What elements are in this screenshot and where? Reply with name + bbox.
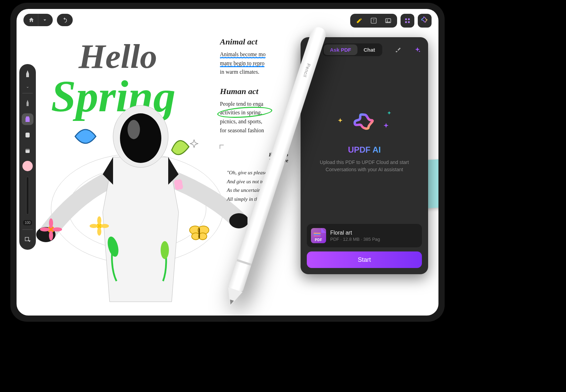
svg-point-3	[387, 20, 388, 21]
undo-icon	[62, 17, 68, 23]
annotation-tools: T	[350, 14, 397, 28]
tap-icon	[24, 237, 31, 243]
thickness-value: 100	[23, 220, 32, 225]
eraser-icon	[25, 132, 30, 138]
pen-tool-2[interactable]	[22, 97, 33, 109]
highlighter-tool[interactable]	[355, 17, 363, 25]
eraser-tool-2[interactable]	[22, 145, 33, 157]
svg-point-17	[120, 113, 161, 163]
marker-icon	[25, 116, 30, 123]
pdf-file-icon: PDF	[311, 228, 326, 243]
home-icon	[28, 17, 34, 23]
undo-button[interactable]	[57, 14, 73, 26]
circle-annotation	[217, 105, 273, 119]
sparkle-button[interactable]	[413, 45, 422, 54]
svg-point-23	[52, 227, 62, 231]
updf-logo-icon	[353, 112, 375, 134]
updf-ai-icon	[421, 17, 429, 25]
file-meta: Floral art PDF · 12.8 MB · 385 Pag	[330, 230, 380, 242]
underlined-text: many begin to repro	[220, 60, 264, 67]
tab-chat[interactable]: Chat	[357, 44, 381, 55]
sparkle-icon	[382, 122, 390, 130]
sparkle-icon	[414, 47, 421, 53]
astronaut-illustration	[27, 95, 247, 309]
svg-point-21	[49, 231, 53, 240]
brush-icon	[395, 47, 401, 53]
tab-ask-pdf[interactable]: Ask PDF	[324, 44, 357, 55]
brush-button[interactable]	[393, 45, 402, 54]
svg-point-32	[161, 241, 169, 259]
pen-icon	[24, 70, 31, 78]
tap-tool[interactable]	[22, 234, 33, 246]
chevron-down-icon	[42, 17, 48, 23]
svg-point-28	[101, 224, 109, 228]
image-tool[interactable]	[384, 17, 392, 25]
home-button[interactable]	[23, 14, 38, 26]
topbar-left	[23, 14, 73, 26]
color-swatch[interactable]	[22, 161, 33, 171]
screen: T ⌄	[17, 9, 438, 316]
tablet-frame: T ⌄	[10, 3, 445, 322]
svg-point-22	[40, 227, 50, 231]
ai-subtitle: Upload this PDF to UPDF Cloud and start …	[320, 159, 409, 173]
svg-point-27	[90, 224, 98, 228]
svg-rect-5	[408, 18, 410, 20]
text-icon: T	[370, 17, 377, 24]
svg-point-25	[97, 216, 101, 225]
ai-title: UPDF AI	[348, 145, 381, 155]
image-icon	[385, 17, 392, 24]
apps-button[interactable]	[401, 14, 414, 28]
svg-point-26	[97, 227, 101, 236]
divider	[22, 93, 33, 93]
sparkle-icon	[386, 111, 392, 116]
svg-rect-10	[26, 149, 30, 150]
file-name: Floral art	[330, 230, 380, 236]
svg-rect-4	[405, 18, 407, 20]
highlighter-icon	[356, 17, 363, 24]
svg-text:T: T	[373, 19, 375, 23]
underlined-text: Animals become mo	[220, 51, 265, 58]
ai-panel: Ask PDF Chat	[301, 37, 428, 274]
pencil-brand-label: Pencil	[302, 63, 311, 78]
start-button[interactable]: Start	[307, 251, 422, 268]
svg-rect-6	[405, 21, 407, 23]
thickness-slider[interactable]	[26, 177, 29, 215]
svg-point-18	[128, 120, 140, 139]
svg-point-20	[49, 218, 53, 228]
topbar-right: T	[350, 14, 432, 28]
eraser-icon	[25, 148, 30, 154]
pen-icon	[25, 100, 30, 107]
ai-button[interactable]	[418, 14, 432, 28]
expand-tools-button[interactable]: ⌄	[26, 84, 29, 89]
eraser-tool[interactable]	[22, 129, 33, 141]
home-dropdown-button[interactable]	[38, 14, 53, 26]
file-card[interactable]: PDF Floral art PDF · 12.8 MB · 385 Pag	[307, 224, 422, 247]
divider	[22, 229, 33, 230]
svg-rect-7	[408, 21, 410, 23]
ai-tabs: Ask PDF Chat	[323, 43, 382, 56]
svg-rect-8	[26, 133, 30, 137]
pen-tool[interactable]	[22, 68, 33, 80]
svg-rect-37	[199, 228, 200, 238]
text-tool[interactable]: T	[370, 17, 378, 25]
side-toolbar: ⌄ 100	[19, 64, 36, 250]
sparkle-icon	[337, 117, 344, 124]
ai-panel-body: UPDF AI Upload this PDF to UPDF Cloud an…	[307, 56, 422, 224]
file-details: PDF · 12.8 MB · 385 Pag	[330, 237, 380, 242]
marker-tool[interactable]	[22, 113, 33, 125]
grid-icon	[404, 17, 411, 24]
